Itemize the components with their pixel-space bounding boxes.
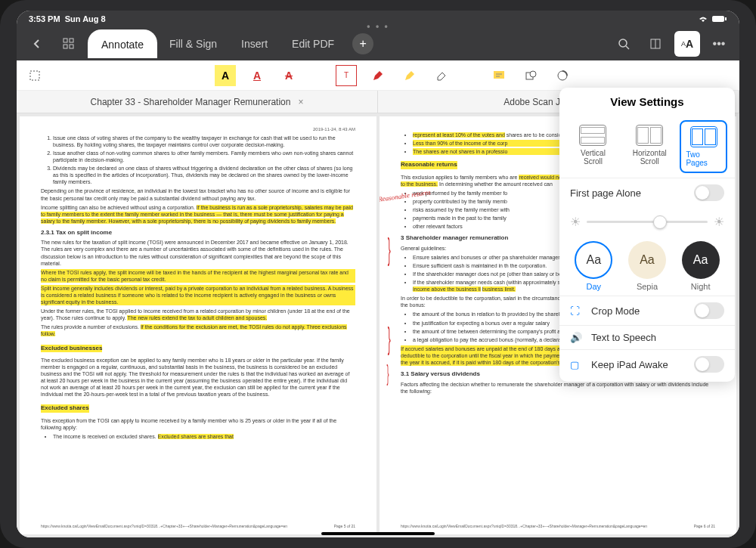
- page-footer: https://www.knotia.ca/Login/ViewEmailDoc…: [401, 524, 715, 529]
- body-text: Under the former rules, the TOSI applied…: [41, 308, 355, 321]
- search-button[interactable]: [611, 31, 637, 57]
- multitask-dots[interactable]: • • •: [367, 21, 389, 32]
- page-timestamp: 2019-11-24, 8:43 AM: [41, 127, 355, 133]
- status-time: 3:53 PM: [29, 14, 60, 23]
- brightness-low-icon: ☀: [570, 215, 581, 229]
- close-icon[interactable]: ×: [298, 97, 303, 107]
- body-text: Depending on the province of residence, …: [41, 187, 355, 201]
- battery-icon: [712, 15, 727, 23]
- bracket-annotation: }: [388, 319, 391, 358]
- keep-awake-toggle[interactable]: [694, 356, 724, 373]
- svg-rect-3: [70, 39, 73, 42]
- list-item: Dividends may be declared on one class o…: [53, 165, 355, 185]
- keep-awake-label: Keep iPad Awake: [591, 359, 686, 370]
- view-settings-panel: View Settings Vertical Scroll Horizontal…: [559, 88, 735, 382]
- body-text: Split income generally includes dividend…: [41, 285, 355, 305]
- svg-point-13: [530, 71, 536, 77]
- svg-rect-5: [70, 45, 73, 48]
- thumbnails-button[interactable]: [56, 31, 82, 57]
- body-text: This exception from the TOSI can apply t…: [41, 417, 355, 431]
- heading: Reasonable returns: [401, 161, 457, 169]
- wifi-icon: [697, 15, 709, 23]
- display-icon: ▢: [570, 359, 584, 370]
- highlight-tool[interactable]: A: [215, 65, 236, 86]
- heading: Excluded shares: [41, 404, 89, 412]
- vertical-scroll-mode[interactable]: Vertical Scroll: [567, 120, 619, 173]
- status-date: Sun Aug 8: [65, 14, 106, 23]
- list-item: Issue one class of voting shares of the …: [53, 135, 355, 148]
- strikethrough-tool[interactable]: A: [278, 65, 299, 86]
- list-item: The income is received on excluded share…: [53, 433, 355, 440]
- status-bar: 3:53 PM Sun Aug 8 • • •: [17, 11, 739, 27]
- view-settings-title: View Settings: [559, 88, 735, 116]
- select-tool[interactable]: [24, 65, 45, 86]
- mode-tabs: Annotate Fill & Sign Insert Edit PDF +: [88, 29, 373, 58]
- home-indicator[interactable]: [321, 532, 435, 535]
- horizontal-scroll-mode[interactable]: Horizontal Scroll: [619, 120, 680, 173]
- note-tool[interactable]: [488, 65, 510, 86]
- svg-line-7: [626, 46, 629, 49]
- status-icons: [697, 15, 727, 23]
- bracket-annotation: }: [387, 358, 389, 388]
- heading: 2.3.1 Tax on split income: [41, 229, 355, 237]
- theme-sepia[interactable]: Aa: [628, 241, 666, 279]
- svg-rect-4: [64, 45, 67, 48]
- bracket-annotation: }: [388, 230, 391, 269]
- annotation-toolbar: A A A T: [17, 60, 739, 91]
- svg-point-6: [619, 39, 627, 47]
- doc-tab-1-label: Chapter 33 - Shareholder Manager Remuner…: [91, 97, 291, 107]
- shape-tool[interactable]: [520, 65, 541, 86]
- underline-tool[interactable]: A: [246, 65, 268, 86]
- tab-annotate[interactable]: Annotate: [88, 29, 157, 58]
- svg-rect-10: [30, 71, 39, 80]
- page-left[interactable]: 2019-11-24, 8:43 AM Issue one class of v…: [20, 116, 376, 534]
- view-settings-button[interactable]: AA: [674, 31, 700, 57]
- brightness-slider[interactable]: [587, 221, 708, 223]
- tab-editpdf[interactable]: Edit PDF: [280, 30, 346, 57]
- body-text: The new rules for the taxation of split …: [41, 239, 355, 266]
- crop-icon: ⛶: [570, 305, 584, 317]
- first-page-alone-toggle[interactable]: [694, 184, 724, 201]
- brightness-high-icon: ☀: [714, 215, 724, 229]
- list-item: Issue another class of non-voting common…: [53, 150, 355, 163]
- heading: Excluded businesses: [41, 345, 102, 352]
- textbox-tool[interactable]: T: [336, 65, 357, 86]
- svg-rect-0: [712, 16, 724, 22]
- first-page-alone-label: First page Alone: [570, 187, 641, 199]
- speaker-icon: 🔊: [570, 332, 584, 343]
- body-text: Where the TOSI rules apply, the split in…: [41, 269, 355, 283]
- svg-rect-11: [494, 71, 504, 79]
- body-text: Income splitting can also be achieved wi…: [41, 204, 355, 224]
- doc-tab-1[interactable]: Chapter 33 - Shareholder Manager Remuner…: [17, 91, 378, 113]
- theme-day[interactable]: Aa: [575, 241, 612, 279]
- stamp-tool[interactable]: [552, 65, 573, 86]
- tts-label: Text to Speech: [591, 332, 724, 343]
- eraser-tool[interactable]: [431, 65, 452, 86]
- more-button[interactable]: •••: [706, 31, 732, 57]
- theme-night[interactable]: Aa: [682, 241, 720, 279]
- body-text: Factors affecting the decision whether t…: [401, 381, 715, 395]
- crop-mode-label: Crop Mode: [591, 305, 686, 317]
- body-text: The rules provide a number of exclusions…: [41, 324, 355, 337]
- crop-mode-toggle[interactable]: [694, 302, 724, 319]
- add-tab-button[interactable]: +: [352, 33, 373, 54]
- highlighter-tool[interactable]: [399, 65, 420, 86]
- svg-rect-1: [725, 17, 727, 20]
- top-toolbar: Annotate Fill & Sign Insert Edit PDF + A…: [17, 27, 739, 60]
- tab-fillsign[interactable]: Fill & Sign: [157, 30, 229, 57]
- bookmarks-button[interactable]: [643, 31, 668, 57]
- page-footer: https://www.knotia.ca/Login/ViewEmailDoc…: [41, 524, 355, 529]
- pen-tool[interactable]: [367, 65, 389, 86]
- tab-insert[interactable]: Insert: [229, 30, 280, 57]
- two-pages-mode[interactable]: Two Pages: [680, 120, 727, 173]
- back-button[interactable]: [24, 31, 50, 57]
- body-text: The excluded business exception can be a…: [41, 357, 355, 398]
- svg-rect-2: [64, 39, 67, 42]
